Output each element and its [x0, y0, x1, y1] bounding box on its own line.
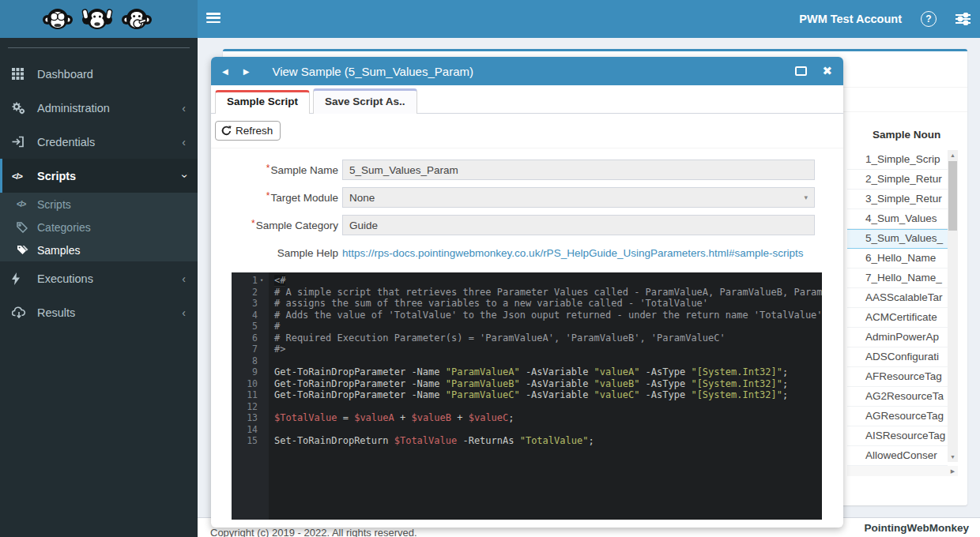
code-line: 14 — [232, 424, 822, 436]
sidebar-subitem-label: Samples — [37, 244, 80, 257]
sample-noun-row[interactable]: AG2ResourceTa — [847, 387, 948, 407]
tags-icon — [17, 245, 32, 256]
next-sample-arrow-icon[interactable]: ▶ — [243, 67, 250, 76]
line-number: 3 — [232, 298, 258, 310]
target-module-label: *Target Module — [211, 192, 338, 204]
sample-noun-row[interactable]: 2_Simple_Retur — [847, 170, 948, 190]
sidebar-item-label: Scripts — [37, 170, 76, 182]
line-number: 5 — [232, 321, 258, 332]
scroll-up-arrow-icon[interactable]: ▲ — [948, 150, 958, 160]
scroll-down-arrow-icon[interactable]: ▼ — [948, 452, 958, 462]
code-line: 13$TotalValue = $valueA + $valueB + $val… — [232, 412, 822, 424]
previous-sample-arrow-icon[interactable]: ◀ — [222, 67, 228, 76]
sample-noun-row[interactable]: 3_Simple_Retur — [847, 190, 948, 209]
app-logo[interactable] — [0, 0, 198, 38]
code-line: 12 — [232, 401, 822, 413]
sidebar-item-label: Results — [37, 306, 75, 319]
code-line: 3# assigns the sum of three variables to… — [232, 298, 822, 310]
code-line: 15Set-ToRainDropReturn $TotalValue -Retu… — [232, 435, 822, 447]
sidebar-item-dashboard[interactable]: Dashboard — [0, 57, 198, 91]
sidebar-item-scripts[interactable]: </> Scripts ‹ — [0, 159, 198, 193]
sidebar-subitem-label: Categories — [37, 221, 91, 234]
sample-noun-row[interactable]: 5_Sum_Values_ — [847, 229, 948, 249]
line-number: 7 — [232, 344, 258, 355]
sample-help-label: Sample Help — [211, 247, 338, 259]
sample-noun-row[interactable]: AISResourceTag — [847, 426, 948, 446]
sidebar-subitem-samples[interactable]: Samples — [0, 238, 198, 261]
code-icon: </> — [12, 171, 32, 181]
code-editor[interactable]: 1▾<#2# A simple script that retrieves th… — [232, 272, 822, 520]
sidebar-item-results[interactable]: Results ‹ — [0, 295, 198, 329]
sample-noun-list: 1_Simple_Scrip2_Simple_Retur3_Simple_Ret… — [847, 150, 948, 466]
tag-icon — [17, 222, 32, 233]
sample-category-label: *Sample Category — [211, 220, 338, 231]
scrollbar-thumb[interactable] — [948, 161, 957, 231]
line-number: 12 — [232, 401, 258, 413]
sidebar-item-label: Executions — [37, 272, 93, 285]
three-monkeys-logo-icon — [37, 3, 160, 35]
horizontal-scrollbar[interactable]: ▶ — [847, 466, 958, 476]
sample-noun-row[interactable]: AGResourceTag — [847, 407, 948, 426]
sidebar-toggle-hamburger-icon[interactable] — [206, 13, 220, 24]
sample-category-input[interactable] — [342, 215, 815, 235]
sidebar-item-administration[interactable]: Administration ‹ — [0, 91, 198, 125]
settings-sliders-icon[interactable] — [956, 13, 971, 25]
cloud-download-icon — [12, 306, 32, 318]
sample-name-input[interactable] — [342, 160, 815, 180]
close-icon[interactable]: ✖ — [822, 64, 832, 78]
line-number: 15 — [232, 435, 258, 447]
sample-form: *Sample Name *Target Module None ▾ *Samp… — [211, 148, 843, 263]
target-module-select[interactable]: None ▾ — [342, 187, 815, 208]
code-line: 1▾<# — [232, 275, 822, 287]
chevron-down-icon: ‹ — [178, 174, 190, 178]
code-line: 10Get-ToRainDropParameter -Name "ParamVa… — [232, 378, 822, 390]
sample-noun-row[interactable]: ACMCertificate — [847, 308, 948, 328]
tab-sample-script[interactable]: Sample Script — [215, 90, 310, 114]
sidebar-subitem-label: Scripts — [37, 198, 71, 211]
sidebar-item-executions[interactable]: Executions ‹ — [0, 261, 198, 295]
code-line: 6# Required Execution Parameter(s) = 'Pa… — [232, 332, 822, 344]
sample-help-link[interactable]: https://rps-docs.pointingwebmonkey.co.uk… — [342, 247, 804, 259]
lightning-bolt-icon — [12, 272, 32, 285]
sample-noun-row[interactable]: AASScalableTar — [847, 288, 948, 308]
line-number: 6 — [232, 332, 258, 344]
sample-noun-row[interactable]: AFResourceTag — [847, 367, 948, 387]
tab-save-script-as[interactable]: Save Script As.. — [313, 88, 417, 114]
sample-noun-row[interactable]: 6_Hello_Name — [847, 249, 948, 268]
code-line: 11Get-ToRainDropParameter -Name "ParamVa… — [232, 389, 822, 401]
sample-noun-row[interactable]: 7_Hello_Name_ — [847, 268, 948, 288]
scroll-right-arrow-icon[interactable]: ▶ — [948, 466, 958, 476]
line-number: 8 — [232, 355, 258, 367]
sample-noun-row[interactable]: AllowedConser — [847, 446, 948, 466]
code-line: 8 — [232, 355, 822, 367]
code-line: 4# Adds the value of 'TotalValue' to the… — [232, 310, 822, 321]
vertical-scrollbar[interactable]: ▲ ▼ — [948, 150, 958, 462]
sample-name-label: *Sample Name — [211, 164, 338, 176]
code-icon: </> — [17, 200, 32, 208]
sample-noun-row[interactable]: AdminPowerAp — [847, 328, 948, 347]
sign-in-icon — [12, 136, 32, 148]
sample-noun-row[interactable]: 4_Sum_Values — [847, 209, 948, 229]
sidebar-subitem-scripts[interactable]: </> Scripts — [0, 193, 198, 216]
scripts-submenu: </> Scripts Categories Samples — [0, 193, 198, 261]
sidebar-item-label: Administration — [37, 102, 110, 115]
chevron-left-icon: ‹ — [182, 272, 186, 285]
refresh-button[interactable]: Refresh — [215, 121, 281, 141]
sample-noun-row[interactable]: 1_Simple_Scrip — [847, 150, 948, 170]
view-sample-modal: ◀ ▶ View Sample (5_Sum_Values_Param) ✖ S… — [211, 57, 843, 528]
sidebar-subitem-categories[interactable]: Categories — [0, 216, 198, 238]
fold-caret-icon[interactable]: ▾ — [260, 275, 263, 287]
modal-toolbar: Refresh — [211, 114, 843, 148]
sample-noun-column-header[interactable]: Sample Noun — [873, 129, 940, 141]
select-caret-icon: ▾ — [804, 193, 808, 201]
maximize-icon[interactable] — [795, 66, 807, 76]
line-number: 13 — [232, 412, 258, 424]
code-line: 5# — [232, 321, 822, 332]
sample-noun-row[interactable]: ADSConfigurati — [847, 347, 948, 367]
chevron-left-icon: ‹ — [182, 306, 186, 319]
line-number: 4 — [232, 310, 258, 321]
account-menu[interactable]: PWM Test Account — [799, 13, 902, 25]
copyright-text: Copyright (c) 2019 - 2022. All rights re… — [210, 527, 417, 537]
help-icon[interactable]: ? — [921, 11, 937, 27]
sidebar-item-credentials[interactable]: Credentials ‹ — [0, 125, 198, 159]
